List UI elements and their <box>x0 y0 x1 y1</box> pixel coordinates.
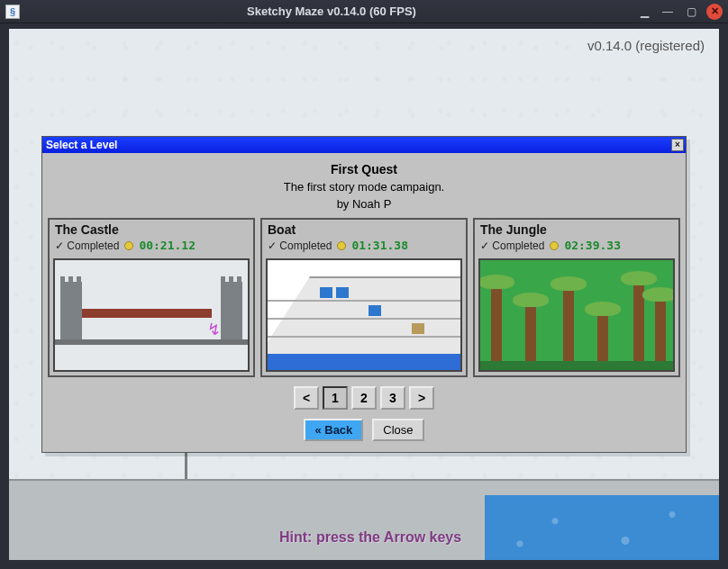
modal-close-icon[interactable]: × <box>671 139 684 151</box>
version-label: v0.14.0 (registered) <box>587 38 705 53</box>
level-time: 02:39.33 <box>564 239 621 252</box>
coin-icon <box>550 241 559 250</box>
water <box>485 495 719 560</box>
modal-body: First Quest The first story mode campaig… <box>42 153 686 452</box>
os-titlebar: § Sketchy Maze v0.14.0 (60 FPS) ▁ — ▢ ✕ <box>0 0 728 23</box>
level-status: ✓ Completed <box>480 239 544 252</box>
modal-actions: « Back Close <box>48 419 680 441</box>
level-status: ✓ Completed <box>55 239 119 252</box>
hint-text: Hint: press the Arrow keys <box>279 529 461 546</box>
quest-header: First Quest The first story mode campaig… <box>48 158 680 218</box>
coin-icon <box>337 241 346 250</box>
level-time: 01:31.38 <box>351 239 408 252</box>
pager-page-3[interactable]: 3 <box>380 386 405 410</box>
pager-prev-button[interactable]: < <box>294 386 319 410</box>
quest-subtitle: The first story mode campaign. <box>48 180 680 194</box>
modal-title: Select a Level <box>46 139 117 151</box>
level-status: ✓ Completed <box>268 239 332 252</box>
level-grid: The Castle ✓ Completed 00:21.12 ↯ <box>48 218 680 377</box>
modal-titlebar[interactable]: Select a Level × <box>42 137 686 153</box>
window-minimize-icon[interactable]: — <box>660 4 676 20</box>
os-window: § Sketchy Maze v0.14.0 (60 FPS) ▁ — ▢ ✕ … <box>0 0 728 569</box>
os-window-title: Sketchy Maze v0.14.0 (60 FPS) <box>27 5 636 18</box>
pager-next-button[interactable]: > <box>409 386 434 410</box>
window-controls: ▁ — ▢ ✕ <box>636 4 723 20</box>
level-card-castle[interactable]: The Castle ✓ Completed 00:21.12 ↯ <box>48 218 255 377</box>
level-time: 00:21.12 <box>139 239 196 252</box>
quest-author: by Noah P <box>48 197 680 211</box>
game-viewport: v0.14.0 (registered) Hint: press the Arr… <box>0 23 728 569</box>
level-card-jungle[interactable]: The Jungle ✓ Completed 02:39.33 <box>473 218 680 377</box>
coin-icon <box>124 241 133 250</box>
window-min-icon[interactable]: ▁ <box>636 4 652 20</box>
level-thumbnail <box>266 258 462 372</box>
back-button[interactable]: « Back <box>304 419 363 441</box>
level-thumbnail <box>478 258 675 372</box>
level-name: The Castle <box>55 222 248 237</box>
level-select-modal: Select a Level × First Quest The first s… <box>41 136 687 453</box>
window-maximize-icon[interactable]: ▢ <box>683 4 699 20</box>
window-close-icon[interactable]: ✕ <box>706 4 723 20</box>
quest-title: First Quest <box>48 162 680 176</box>
close-button[interactable]: Close <box>372 419 423 441</box>
level-name: The Jungle <box>480 222 673 237</box>
pager: < 1 2 3 > <box>48 386 680 410</box>
pager-page-1[interactable]: 1 <box>323 386 348 410</box>
level-name: Boat <box>268 222 460 237</box>
level-thumbnail: ↯ <box>53 258 250 372</box>
pager-page-2[interactable]: 2 <box>351 386 377 410</box>
app-icon: § <box>5 5 20 19</box>
level-card-boat[interactable]: Boat ✓ Completed 01:31.38 <box>260 218 468 377</box>
